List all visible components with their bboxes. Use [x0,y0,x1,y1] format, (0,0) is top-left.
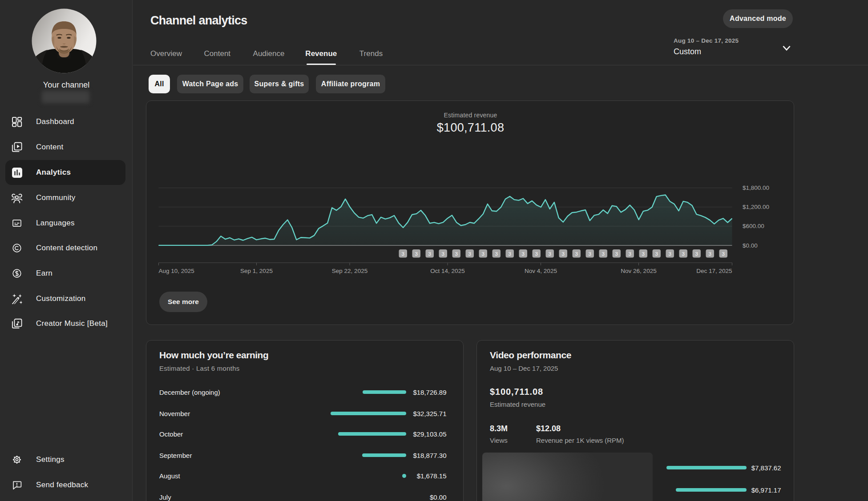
svg-text:Nov 26, 2025: Nov 26, 2025 [621,268,656,274]
svg-text:3: 3 [615,251,618,257]
svg-text:3: 3 [642,251,644,257]
svg-text:$600.00: $600.00 [743,223,764,229]
svg-text:3: 3 [602,251,604,257]
svg-text:3: 3 [481,251,484,257]
svg-text:3: 3 [535,251,537,257]
svg-text:3: 3 [401,251,404,257]
svg-text:3: 3 [468,251,471,257]
svg-text:Oct 14, 2025: Oct 14, 2025 [430,268,464,274]
svg-text:3: 3 [682,251,684,257]
svg-text:3: 3 [428,251,431,257]
svg-text:3: 3 [548,251,551,257]
svg-text:3: 3 [575,251,577,257]
svg-text:3: 3 [415,251,417,257]
svg-text:3: 3 [695,251,698,257]
svg-text:$0.00: $0.00 [743,242,758,249]
svg-text:3: 3 [561,251,564,257]
svg-text:3: 3 [668,251,671,257]
svg-text:3: 3 [521,251,524,257]
svg-text:3: 3 [708,251,711,257]
svg-text:3: 3 [441,251,444,257]
svg-text:3: 3 [508,251,511,257]
svg-text:3: 3 [588,251,591,257]
svg-text:$1,200.00: $1,200.00 [743,204,769,210]
svg-text:Aug 10, 2025: Aug 10, 2025 [159,268,194,274]
svg-text:3: 3 [722,251,724,257]
svg-text:3: 3 [455,251,457,257]
svg-text:3: 3 [655,251,658,257]
svg-text:Nov 4, 2025: Nov 4, 2025 [525,268,557,274]
svg-text:$1,800.00: $1,800.00 [743,184,769,191]
svg-text:Sep 22, 2025: Sep 22, 2025 [332,268,367,274]
svg-text:Sep 1, 2025: Sep 1, 2025 [240,268,273,274]
svg-text:3: 3 [628,251,631,257]
svg-text:Dec 17, 2025: Dec 17, 2025 [696,268,732,274]
svg-text:3: 3 [495,251,497,257]
